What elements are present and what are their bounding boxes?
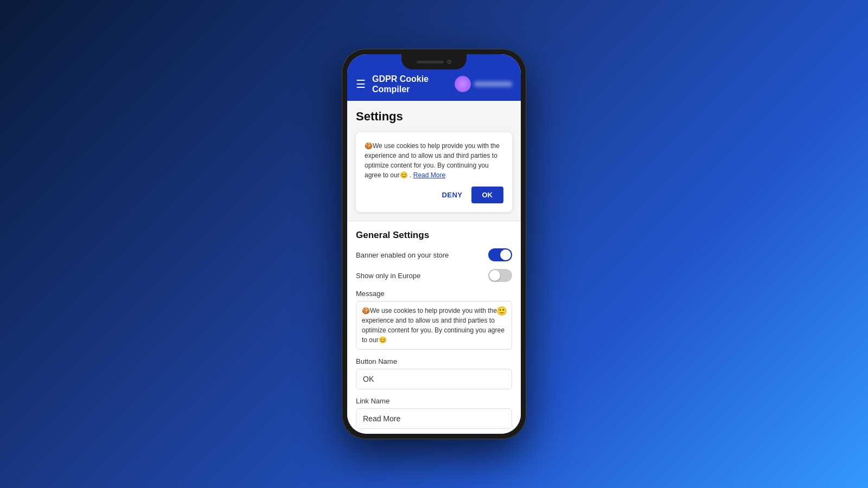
notch-speaker <box>417 61 444 63</box>
notch-camera <box>447 60 451 64</box>
europe-only-label: Show only in Europe <box>356 272 420 280</box>
cookie-emoji: 🍪 <box>365 142 373 150</box>
cookie-preview-wrapper: 🍪We use cookies to help provide you with… <box>347 128 521 221</box>
message-textarea-wrapper[interactable]: 🍪We use cookies to help provide you with… <box>356 301 512 350</box>
app-title-block: GDPR Cookie Compiler <box>372 74 448 94</box>
button-name-input[interactable] <box>356 369 512 389</box>
message-field-label: Message <box>356 290 512 298</box>
general-settings-section: General Settings Banner enabled on your … <box>347 221 521 434</box>
link-name-input[interactable] <box>356 408 512 429</box>
link-name-label: Link Name <box>356 397 512 405</box>
cookie-preview-card: 🍪We use cookies to help provide you with… <box>356 132 512 212</box>
general-settings-title: General Settings <box>356 230 512 241</box>
ok-button[interactable]: OK <box>471 187 504 203</box>
europe-only-row: Show only in Europe <box>356 269 512 282</box>
message-textarea-text: 🍪We use cookies to help provide you with… <box>362 306 506 345</box>
phone-screen: ☰ GDPR Cookie Compiler Settings 🍪We use … <box>347 54 521 434</box>
banner-enabled-row: Banner enabled on your store <box>356 248 512 261</box>
emoji-picker-icon[interactable]: 🙂 <box>496 306 507 316</box>
hamburger-icon[interactable]: ☰ <box>356 78 366 91</box>
user-avatar-area[interactable] <box>455 76 512 92</box>
message-cookie-emoji: 🍪 <box>362 307 370 314</box>
toggle-knob-europe <box>489 270 500 281</box>
message-smile-emoji: 😊 <box>379 336 387 344</box>
settings-heading: Settings <box>347 101 521 128</box>
button-name-label: Button Name <box>356 357 512 365</box>
user-avatar <box>455 76 471 92</box>
phone-shell: ☰ GDPR Cookie Compiler Settings 🍪We use … <box>342 49 526 439</box>
read-more-link[interactable]: Read More <box>413 171 445 179</box>
cookie-preview-message: 🍪We use cookies to help provide you with… <box>365 141 503 180</box>
phone-notch <box>401 54 467 69</box>
screen-content: Settings 🍪We use cookies to help provide… <box>347 101 521 434</box>
deny-button[interactable]: DENY <box>437 188 467 202</box>
app-title-line2: Compiler <box>372 84 448 94</box>
toggle-knob-banner <box>500 249 511 260</box>
banner-enabled-toggle[interactable] <box>488 248 512 261</box>
europe-only-toggle[interactable] <box>488 269 512 282</box>
banner-enabled-label: Banner enabled on your store <box>356 251 449 259</box>
app-title-line1: GDPR Cookie <box>372 74 448 84</box>
smile-emoji: 😊 <box>400 171 408 179</box>
cookie-buttons: DENY OK <box>365 187 503 203</box>
user-name-blurred <box>474 81 512 87</box>
